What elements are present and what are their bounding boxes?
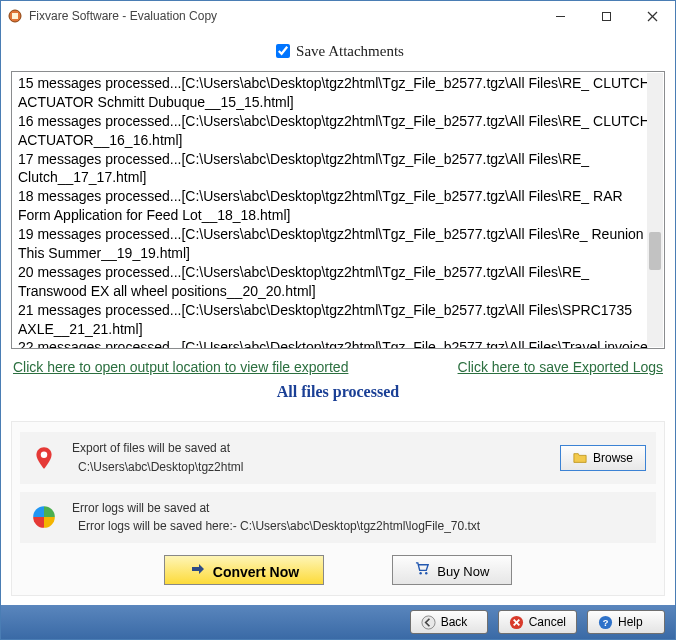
svg-point-8: [425, 572, 427, 574]
status-text: All files processed: [11, 383, 665, 421]
cart-icon: [415, 561, 430, 576]
footer-bar: Back Cancel ? Help: [1, 605, 675, 639]
convert-icon: [189, 561, 205, 577]
log-entry: 21 messages processed...[C:\Users\abc\De…: [18, 301, 650, 339]
log-area: 15 messages processed...[C:\Users\abc\De…: [11, 71, 665, 349]
log-entry: 20 messages processed...[C:\Users\abc\De…: [18, 263, 650, 301]
log-textarea[interactable]: 15 messages processed...[C:\Users\abc\De…: [11, 71, 665, 349]
window-buttons: [537, 1, 675, 31]
open-output-link[interactable]: Click here to open output location to vi…: [13, 359, 348, 375]
buy-button[interactable]: Buy Now: [392, 555, 512, 585]
convert-button[interactable]: Convert Now: [164, 555, 324, 585]
save-attachments-row: Save Attachments: [11, 35, 665, 71]
log-entry: 19 messages processed...[C:\Users\abc\De…: [18, 225, 650, 263]
log-entry: 18 messages processed...[C:\Users\abc\De…: [18, 187, 650, 225]
log-entry: 22 messages processed...[C:\Users\abc\De…: [18, 338, 650, 349]
back-arrow-icon: [421, 615, 436, 630]
browse-button[interactable]: Browse: [560, 445, 646, 471]
save-logs-link[interactable]: Click here to save Exported Logs: [458, 359, 663, 375]
buy-label: Buy Now: [437, 564, 489, 579]
export-path-row: Export of files will be saved at C:\User…: [20, 432, 656, 484]
save-attachments-checkbox[interactable]: [276, 44, 290, 58]
export-label: Export of files will be saved at: [72, 441, 230, 455]
save-attachments-label: Save Attachments: [296, 43, 404, 60]
svg-text:?: ?: [603, 618, 609, 628]
titlebar: Fixvare Software - Evaluation Copy: [1, 1, 675, 31]
location-pin-icon: [30, 444, 58, 472]
cancel-label: Cancel: [529, 615, 566, 629]
pie-chart-icon: [30, 503, 58, 531]
log-entry: 17 messages processed...[C:\Users\abc\De…: [18, 150, 650, 188]
svg-rect-1: [12, 13, 18, 19]
close-button[interactable]: [629, 1, 675, 31]
links-row: Click here to open output location to vi…: [11, 349, 665, 383]
browse-label: Browse: [593, 451, 633, 465]
error-log-row: Error logs will be saved at Error logs w…: [20, 492, 656, 544]
svg-point-6: [41, 451, 48, 458]
action-row: Convert Now Buy Now: [20, 551, 656, 587]
help-icon: ?: [598, 615, 613, 630]
help-label: Help: [618, 615, 643, 629]
minimize-button[interactable]: [537, 1, 583, 31]
lower-panel: Export of files will be saved at C:\User…: [11, 421, 665, 596]
help-button[interactable]: ? Help: [587, 610, 665, 634]
back-label: Back: [441, 615, 468, 629]
folder-icon: [573, 451, 587, 465]
svg-rect-3: [602, 12, 610, 20]
log-entry: 16 messages processed...[C:\Users\abc\De…: [18, 112, 650, 150]
window-title: Fixvare Software - Evaluation Copy: [29, 9, 537, 23]
scrollbar[interactable]: [647, 73, 663, 347]
app-icon: [7, 8, 23, 24]
error-log-label: Error logs will be saved at: [72, 501, 209, 515]
export-path: C:\Users\abc\Desktop\tgz2html: [72, 459, 560, 476]
cancel-button[interactable]: Cancel: [498, 610, 577, 634]
convert-label: Convert Now: [213, 564, 299, 580]
maximize-button[interactable]: [583, 1, 629, 31]
cancel-icon: [509, 615, 524, 630]
log-entry: 15 messages processed...[C:\Users\abc\De…: [18, 74, 650, 112]
svg-point-7: [419, 572, 421, 574]
back-button[interactable]: Back: [410, 610, 488, 634]
error-log-path: Error logs will be saved here:- C:\Users…: [72, 518, 646, 535]
svg-point-9: [422, 615, 435, 628]
scrollbar-thumb[interactable]: [649, 232, 661, 270]
